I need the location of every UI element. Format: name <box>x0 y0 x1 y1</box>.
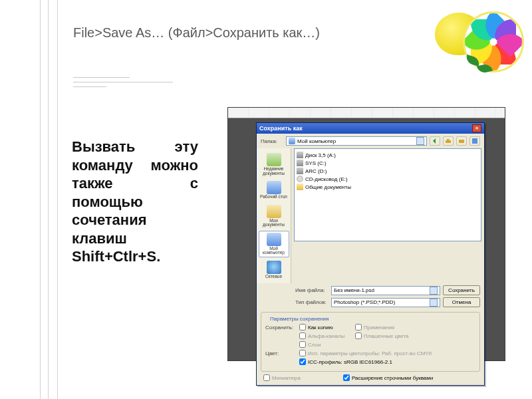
places-network[interactable]: Сетевое <box>259 259 289 281</box>
cb-thumbnail[interactable]: Миниатюра <box>263 374 315 381</box>
views-button[interactable] <box>469 136 480 146</box>
chevron-down-icon <box>430 287 438 295</box>
desktop-icon <box>267 181 281 194</box>
dialog-title: Сохранить как <box>259 125 303 132</box>
decor-dividers <box>73 73 173 87</box>
recent-icon <box>267 153 281 166</box>
computer-icon <box>289 138 295 144</box>
network-icon <box>267 261 281 274</box>
cb-icc[interactable]: ICC-профиль: sRGB IEC61966-2.1 <box>299 358 446 365</box>
color-label: Цвет: <box>265 350 295 356</box>
shared-docs[interactable]: Общие документы <box>297 183 479 191</box>
decor-vertical-1 <box>40 0 41 399</box>
file-list[interactable]: Диск 3,5 (A:) SYS (C:) ARC (D:) CD-диско… <box>294 148 481 241</box>
back-button[interactable] <box>430 136 440 146</box>
cancel-button[interactable]: Отмена <box>443 297 480 307</box>
computer-icon <box>267 233 281 246</box>
cb-cmyk[interactable]: Исп. параметры цветопробы: Раб. прост-во… <box>299 350 446 356</box>
documents-icon <box>267 205 281 218</box>
folder-icon <box>297 184 303 190</box>
drive-a[interactable]: Диск 3,5 (A:) <box>297 151 479 159</box>
places-desktop[interactable]: Рабочий стол <box>259 179 289 201</box>
cb-lowercase-ext[interactable]: Расширение строчными буквами <box>343 374 450 381</box>
cb-notes[interactable]: Примечания <box>355 324 407 331</box>
cb-alpha[interactable]: Альфа-каналы <box>299 332 351 339</box>
filename-input[interactable]: Без имени-1.psd <box>331 286 440 295</box>
filetype-label: Тип файлов: <box>295 299 329 305</box>
chevron-down-icon <box>416 137 424 145</box>
folder-dropdown[interactable]: Мой компьютер <box>286 136 427 146</box>
chevron-down-icon <box>430 299 438 307</box>
cb-spot[interactable]: Плашечные цвета <box>355 332 428 339</box>
filetype-select[interactable]: Photoshop (*.PSD;*.PDD) <box>331 298 440 307</box>
drive-d[interactable]: ARC (D:) <box>297 167 479 175</box>
drive-icon <box>297 168 303 174</box>
filename-label: Имя файла: <box>295 287 329 293</box>
cd-icon <box>297 176 303 182</box>
new-folder-button[interactable] <box>456 136 467 146</box>
citrus-image <box>431 10 524 83</box>
drive-c[interactable]: SYS (C:) <box>297 159 479 167</box>
places-recent[interactable]: Недавние документы <box>259 151 289 178</box>
save-row-label: Сохранить: <box>265 325 295 331</box>
cb-as-copy[interactable]: Как копию <box>299 324 351 331</box>
save-params-legend: Параметры сохранения <box>268 316 331 322</box>
folder-label: Папка: <box>261 138 283 144</box>
decor-vertical-3 <box>57 0 58 399</box>
close-icon[interactable]: × <box>472 124 481 132</box>
save-button[interactable]: Сохранить <box>443 285 480 295</box>
page-title: File>Save As… (Файл>Сохранить как…) <box>73 25 320 41</box>
floppy-icon <box>297 152 303 158</box>
body-text: Вызвать эту команду можно также с помощь… <box>72 138 198 266</box>
ruler <box>228 108 505 118</box>
drive-icon <box>297 160 303 166</box>
places-documents[interactable]: Мои документы <box>259 203 289 229</box>
folder-value: Мой компьютер <box>297 138 336 144</box>
save-as-dialog: Сохранить как × Папка: Мой компьютер Нед… <box>256 122 485 386</box>
drive-e[interactable]: CD-дисковод (E:) <box>297 175 479 183</box>
cb-layers[interactable]: Слои <box>299 341 351 348</box>
places-computer[interactable]: Мой компьютер <box>259 231 289 257</box>
app-screenshot: Сохранить как × Папка: Мой компьютер Нед… <box>227 107 505 361</box>
decor-vertical-2 <box>48 0 49 399</box>
up-button[interactable] <box>443 136 454 146</box>
svg-rect-0 <box>472 138 477 144</box>
